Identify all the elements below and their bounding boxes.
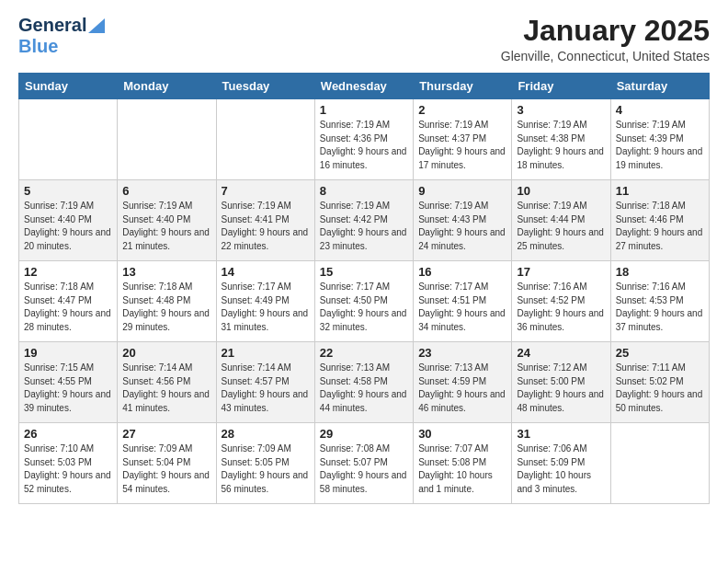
day-info: Sunrise: 7:12 AM Sunset: 5:00 PM Dayligh… [517,362,605,415]
calendar-cell: 26Sunrise: 7:10 AM Sunset: 5:03 PM Dayli… [19,423,118,504]
day-number: 8 [320,184,408,198]
day-info: Sunrise: 7:13 AM Sunset: 4:59 PM Dayligh… [418,362,506,415]
logo-blue: Blue [18,36,58,56]
calendar-cell: 1Sunrise: 7:19 AM Sunset: 4:36 PM Daylig… [314,99,413,180]
calendar-cell: 24Sunrise: 7:12 AM Sunset: 5:00 PM Dayli… [512,342,610,423]
col-sunday: Sunday [19,74,118,99]
calendar-week-3: 12Sunrise: 7:18 AM Sunset: 4:47 PM Dayli… [19,261,710,342]
day-info: Sunrise: 7:06 AM Sunset: 5:09 PM Dayligh… [517,442,605,496]
day-info: Sunrise: 7:14 AM Sunset: 4:57 PM Dayligh… [222,362,310,415]
calendar-cell: 19Sunrise: 7:15 AM Sunset: 4:55 PM Dayli… [19,342,118,423]
day-number: 30 [418,427,506,441]
day-info: Sunrise: 7:18 AM Sunset: 4:48 PM Dayligh… [122,281,210,334]
day-number: 12 [24,265,112,279]
calendar-cell: 12Sunrise: 7:18 AM Sunset: 4:47 PM Dayli… [19,261,118,342]
day-number: 21 [222,346,310,360]
calendar-cell: 5Sunrise: 7:19 AM Sunset: 4:40 PM Daylig… [19,180,118,261]
calendar-cell: 30Sunrise: 7:07 AM Sunset: 5:08 PM Dayli… [414,423,512,504]
day-info: Sunrise: 7:19 AM Sunset: 4:39 PM Dayligh… [616,119,704,172]
day-info: Sunrise: 7:19 AM Sunset: 4:40 PM Dayligh… [24,200,112,253]
day-number: 10 [517,184,605,198]
day-info: Sunrise: 7:08 AM Sunset: 5:07 PM Dayligh… [320,442,408,496]
day-number: 13 [122,265,210,279]
day-number: 24 [517,346,605,360]
day-info: Sunrise: 7:16 AM Sunset: 4:52 PM Dayligh… [517,281,605,334]
day-info: Sunrise: 7:10 AM Sunset: 5:03 PM Dayligh… [24,442,112,496]
day-info: Sunrise: 7:18 AM Sunset: 4:46 PM Dayligh… [616,200,704,253]
day-info: Sunrise: 7:14 AM Sunset: 4:56 PM Dayligh… [122,362,210,415]
calendar-page: General Blue January 2025 Glenville, Con… [0,0,728,519]
logo-line2: Blue [18,36,58,57]
calendar-cell: 11Sunrise: 7:18 AM Sunset: 4:46 PM Dayli… [610,180,709,261]
calendar-week-5: 26Sunrise: 7:10 AM Sunset: 5:03 PM Dayli… [19,423,710,504]
day-info: Sunrise: 7:09 AM Sunset: 5:05 PM Dayligh… [222,442,310,496]
col-monday: Monday [118,74,216,99]
day-info: Sunrise: 7:07 AM Sunset: 5:08 PM Dayligh… [418,442,506,496]
calendar-cell: 15Sunrise: 7:17 AM Sunset: 4:50 PM Dayli… [314,261,413,342]
day-number: 14 [222,265,310,279]
location: Glenville, Connecticut, United States [501,49,710,63]
calendar-table: Sunday Monday Tuesday Wednesday Thursday… [18,73,710,504]
day-number: 1 [320,103,408,117]
calendar-cell: 10Sunrise: 7:19 AM Sunset: 4:44 PM Dayli… [512,180,610,261]
svg-marker-0 [88,18,105,33]
day-info: Sunrise: 7:19 AM Sunset: 4:38 PM Dayligh… [517,119,605,172]
logo-general: General [18,15,86,36]
calendar-cell: 3Sunrise: 7:19 AM Sunset: 4:38 PM Daylig… [512,99,610,180]
day-number: 26 [24,427,112,441]
calendar-cell: 8Sunrise: 7:19 AM Sunset: 4:42 PM Daylig… [314,180,413,261]
calendar-cell: 16Sunrise: 7:17 AM Sunset: 4:51 PM Dayli… [414,261,512,342]
calendar-cell: 18Sunrise: 7:16 AM Sunset: 4:53 PM Dayli… [610,261,709,342]
calendar-week-2: 5Sunrise: 7:19 AM Sunset: 4:40 PM Daylig… [19,180,710,261]
day-number: 23 [418,346,506,360]
calendar-cell: 14Sunrise: 7:17 AM Sunset: 4:49 PM Dayli… [216,261,314,342]
calendar-cell [118,99,216,180]
calendar-week-1: 1Sunrise: 7:19 AM Sunset: 4:36 PM Daylig… [19,99,710,180]
calendar-cell: 20Sunrise: 7:14 AM Sunset: 4:56 PM Dayli… [118,342,216,423]
day-info: Sunrise: 7:17 AM Sunset: 4:49 PM Dayligh… [222,281,310,334]
month-title: January 2025 [501,15,710,47]
calendar-cell: 6Sunrise: 7:19 AM Sunset: 4:40 PM Daylig… [118,180,216,261]
col-thursday: Thursday [414,74,512,99]
calendar-cell: 22Sunrise: 7:13 AM Sunset: 4:58 PM Dayli… [314,342,413,423]
day-info: Sunrise: 7:13 AM Sunset: 4:58 PM Dayligh… [320,362,408,415]
day-number: 28 [222,427,310,441]
calendar-cell: 4Sunrise: 7:19 AM Sunset: 4:39 PM Daylig… [610,99,709,180]
col-wednesday: Wednesday [314,74,413,99]
day-number: 25 [616,346,704,360]
calendar-cell: 2Sunrise: 7:19 AM Sunset: 4:37 PM Daylig… [414,99,512,180]
calendar-cell: 9Sunrise: 7:19 AM Sunset: 4:43 PM Daylig… [414,180,512,261]
logo: General Blue [18,15,105,57]
day-info: Sunrise: 7:17 AM Sunset: 4:50 PM Dayligh… [320,281,408,334]
col-tuesday: Tuesday [216,74,314,99]
day-number: 5 [24,184,112,198]
calendar-cell: 31Sunrise: 7:06 AM Sunset: 5:09 PM Dayli… [512,423,610,504]
col-saturday: Saturday [610,74,709,99]
calendar-header-row: Sunday Monday Tuesday Wednesday Thursday… [19,74,710,99]
day-info: Sunrise: 7:19 AM Sunset: 4:44 PM Dayligh… [517,200,605,253]
day-number: 2 [418,103,506,117]
day-info: Sunrise: 7:15 AM Sunset: 4:55 PM Dayligh… [24,362,112,415]
calendar-cell: 13Sunrise: 7:18 AM Sunset: 4:48 PM Dayli… [118,261,216,342]
day-number: 29 [320,427,408,441]
day-info: Sunrise: 7:19 AM Sunset: 4:40 PM Dayligh… [122,200,210,253]
day-number: 3 [517,103,605,117]
day-info: Sunrise: 7:19 AM Sunset: 4:41 PM Dayligh… [222,200,310,253]
day-number: 11 [616,184,704,198]
day-number: 15 [320,265,408,279]
day-number: 9 [418,184,506,198]
logo-line1: General [18,15,105,36]
day-info: Sunrise: 7:19 AM Sunset: 4:43 PM Dayligh… [418,200,506,253]
calendar-cell: 17Sunrise: 7:16 AM Sunset: 4:52 PM Dayli… [512,261,610,342]
calendar-cell [216,99,314,180]
calendar-cell: 28Sunrise: 7:09 AM Sunset: 5:05 PM Dayli… [216,423,314,504]
day-number: 27 [122,427,210,441]
day-info: Sunrise: 7:19 AM Sunset: 4:36 PM Dayligh… [320,119,408,172]
day-number: 6 [122,184,210,198]
day-info: Sunrise: 7:18 AM Sunset: 4:47 PM Dayligh… [24,281,112,334]
calendar-cell: 7Sunrise: 7:19 AM Sunset: 4:41 PM Daylig… [216,180,314,261]
logo-arrow-icon [88,18,105,33]
day-info: Sunrise: 7:11 AM Sunset: 5:02 PM Dayligh… [616,362,704,415]
day-number: 16 [418,265,506,279]
title-area: January 2025 Glenville, Connecticut, Uni… [501,15,710,63]
